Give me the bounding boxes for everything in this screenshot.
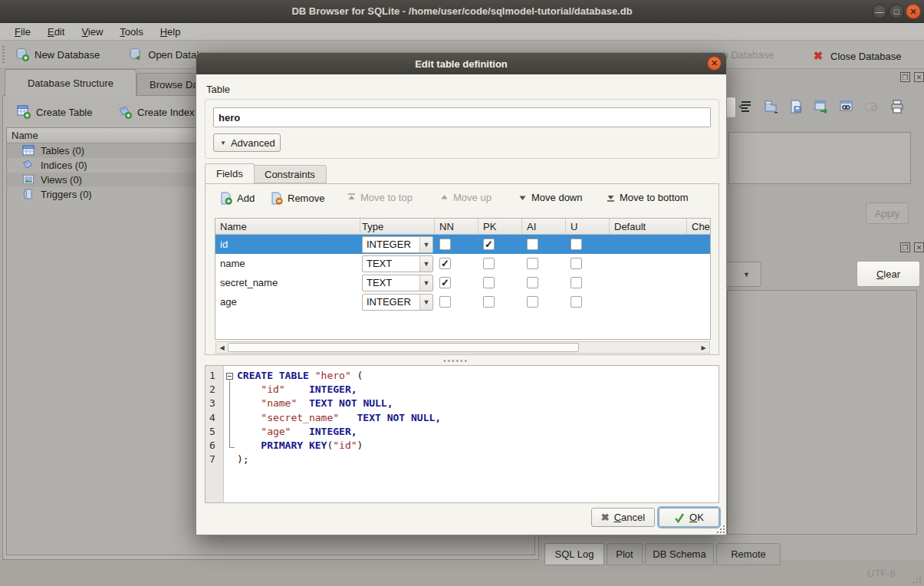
default-cell[interactable] [610,273,687,292]
tab-plot[interactable]: Plot [607,543,643,565]
text-mode-icon[interactable] [738,99,753,114]
apply-cell-icon[interactable] [814,99,829,114]
horizontal-scrollbar[interactable]: ◀ ▶ [215,341,710,354]
cancel-button[interactable]: ✖ Cancel [591,508,655,527]
clear-button[interactable]: Clear [857,261,920,287]
cell-editor-area[interactable] [728,132,911,184]
tab-database-structure[interactable]: Database Structure [5,69,136,96]
maximize-icon[interactable]: □ [889,4,904,19]
pk-checkbox[interactable] [483,296,495,308]
nn-checkbox[interactable] [439,296,451,308]
u-checkbox[interactable] [571,296,582,308]
column-header-default[interactable]: Default [610,219,687,234]
field-name-cell[interactable]: id [215,235,360,254]
add-field-button[interactable]: Add [219,192,255,205]
tab-remote[interactable]: Remote [716,543,781,565]
field-name-cell[interactable]: name [215,254,360,273]
export-cell-icon[interactable] [788,99,804,114]
tab-constraints[interactable]: Constraints [253,165,327,183]
column-header-pk[interactable]: PK [478,219,522,234]
type-combo[interactable]: INTEGER▼ [362,294,433,311]
column-header-name[interactable]: Name [215,219,360,234]
move-to-bottom-button[interactable]: Move to bottom [607,192,689,203]
column-header-ai[interactable]: AI [522,219,566,234]
import-cell-icon[interactable] [763,99,778,114]
column-header-type[interactable]: Type [360,219,435,234]
dialog-resize-grip[interactable] [716,525,725,534]
dock-close-icon[interactable]: ✕ [914,242,924,252]
resize-grip[interactable] [912,574,922,584]
dialog-close-icon[interactable]: ✕ [707,56,722,71]
ai-checkbox[interactable] [527,277,538,288]
minimize-icon[interactable]: — [872,4,887,19]
menu-help[interactable]: Help [153,25,188,39]
default-cell[interactable] [610,254,687,273]
scroll-left-icon[interactable]: ◀ [216,342,228,353]
field-row-id[interactable]: idINTEGER▼✓ [215,235,710,254]
close-database-button[interactable]: ✖ Close Database [805,46,908,66]
sql-log-area[interactable] [727,290,917,535]
nn-checkbox[interactable]: ✓ [439,277,451,288]
fold-column[interactable] [224,366,237,502]
field-name-cell[interactable]: secret_name [215,273,360,292]
u-checkbox[interactable] [571,239,582,250]
sql-preview[interactable]: 1234567 CREATE TABLE "hero" ( "id" INTEG… [205,365,719,503]
remove-field-button[interactable]: Remove [270,192,324,205]
move-down-button[interactable]: Move down [518,192,582,203]
ai-checkbox[interactable] [527,258,538,269]
nn-checkbox[interactable]: ✓ [439,258,451,269]
create-table-button[interactable]: Create Table [11,102,98,122]
column-header-nn[interactable]: NN [435,219,478,234]
check-cell[interactable] [687,235,711,254]
advanced-button[interactable]: ▼ Advanced [213,133,281,152]
default-cell[interactable] [610,292,687,311]
app-title: DB Browser for SQLite - /home/user/code/… [291,5,632,17]
toolbar-grip[interactable] [2,46,5,63]
table-name-input[interactable]: hero [213,107,711,127]
ok-button[interactable]: OK [659,508,719,527]
column-header-u[interactable]: U [566,219,610,234]
ai-checkbox[interactable] [527,296,538,308]
splitter-handle[interactable]: •••••• [443,357,469,365]
new-database-button[interactable]: New Database [9,44,106,64]
scroll-right-icon[interactable]: ▶ [698,342,709,353]
field-name-cell[interactable]: age [215,292,360,311]
field-row-secret_name[interactable]: secret_nameTEXT▼✓ [215,273,710,292]
field-row-age[interactable]: ageINTEGER▼ [215,292,710,311]
column-header-check[interactable]: Check [687,219,711,234]
type-combo[interactable]: TEXT▼ [362,275,433,291]
close-icon[interactable]: ✕ [906,4,921,19]
dock-float-icon[interactable]: ❐ [900,242,910,252]
type-combo[interactable]: INTEGER▼ [362,236,433,253]
default-cell[interactable] [610,235,687,254]
menu-tools[interactable]: Tools [113,25,150,39]
pk-checkbox[interactable] [483,258,495,269]
menu-edit[interactable]: Edit [41,25,71,39]
dialog-titlebar[interactable]: Edit table definition ✕ [196,53,726,74]
create-index-button[interactable]: Create Index [112,102,200,122]
ai-checkbox[interactable] [527,239,538,250]
field-row-name[interactable]: nameTEXT▼✓ [215,254,710,273]
encoding-indicator[interactable]: UTF-8 [867,568,896,579]
u-checkbox[interactable] [571,277,582,288]
fold-marker-icon[interactable] [226,373,233,380]
type-combo[interactable]: TEXT▼ [362,255,433,272]
tab-sql-log[interactable]: SQL Log [544,543,604,565]
tab-db-schema[interactable]: DB Schema [645,543,714,565]
pk-checkbox[interactable] [483,277,495,288]
check-cell[interactable] [687,273,711,292]
check-cell[interactable] [687,254,711,273]
dock-float-icon[interactable]: ❐ [900,72,910,82]
link-cell-icon[interactable] [839,99,854,114]
menu-view[interactable]: View [74,25,110,39]
nn-checkbox[interactable] [439,239,451,250]
menu-file[interactable]: File [8,25,38,39]
tab-fields[interactable]: Fields [205,163,255,183]
scrollbar-thumb[interactable] [228,343,579,352]
check-cell[interactable] [687,292,711,311]
u-checkbox[interactable] [571,258,582,269]
print-cell-icon[interactable] [889,99,905,114]
dock-close-icon[interactable]: ✕ [914,72,924,82]
pk-checkbox[interactable]: ✓ [483,239,495,250]
grid-header[interactable]: NameTypeNNPKAIUDefaultCheck [215,219,710,235]
